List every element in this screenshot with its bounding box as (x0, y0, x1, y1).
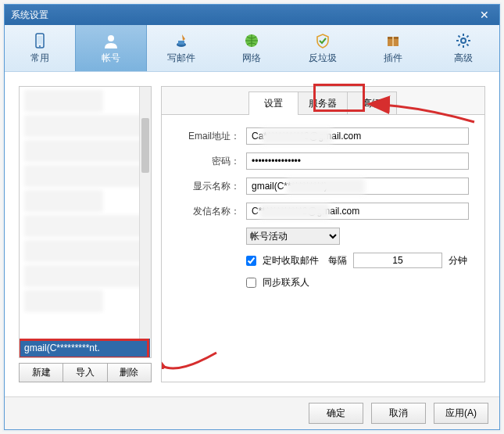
toolbar-item-1[interactable]: 帐号 (75, 25, 146, 71)
scheduled-fetch-label: 定时收取邮件 (263, 254, 319, 267)
dialog-footer: 确定 取消 应用(A) (5, 396, 499, 429)
toolbar-item-0[interactable]: 常用 (5, 25, 75, 71)
sync-contacts-checkbox[interactable] (246, 278, 256, 288)
tab-settings[interactable]: 设置 (248, 91, 298, 114)
ok-button[interactable]: 确定 (309, 403, 363, 424)
toolbar-item-2[interactable]: 写邮件 (147, 25, 217, 71)
toolbar-label: 帐号 (102, 52, 120, 65)
display-name-label: 显示名称： (177, 180, 240, 193)
close-icon[interactable]: ✕ (476, 8, 493, 22)
account-activity-select[interactable]: 帐号活动 (246, 228, 340, 245)
window-title: 系统设置 (11, 9, 476, 22)
package-icon (384, 32, 402, 49)
svg-line-16 (467, 44, 469, 45)
tab-advanced[interactable]: 高级 (347, 91, 397, 114)
inkwell-icon (173, 32, 190, 49)
interval-prefix: 每隔 (328, 254, 347, 267)
tab-server[interactable]: 服务器 (298, 91, 348, 114)
toolbar-item-6[interactable]: 高级 (429, 25, 499, 71)
import-account-button[interactable]: 导入 (63, 363, 107, 382)
svg-point-10 (461, 38, 466, 43)
svg-line-15 (459, 35, 460, 37)
svg-line-18 (467, 35, 469, 37)
svg-line-17 (459, 44, 460, 45)
password-label: 密码： (177, 155, 240, 168)
toolbar-label: 插件 (384, 52, 402, 65)
toolbar-item-5[interactable]: 插件 (358, 25, 428, 71)
password-field[interactable] (246, 152, 469, 170)
svg-point-3 (108, 35, 114, 41)
scheduled-fetch-checkbox[interactable] (246, 256, 256, 266)
toolbar-item-4[interactable]: 反垃圾 (288, 25, 358, 71)
svg-rect-1 (38, 36, 42, 44)
toolbar-label: 写邮件 (167, 52, 195, 65)
account-detail-pane: 设置 服务器 高级 Email地址： 密码： 显示名称： (161, 86, 485, 382)
new-account-button[interactable]: 新建 (19, 363, 63, 382)
delete-account-button[interactable]: 删除 (108, 363, 152, 382)
sync-contacts-label: 同步联系人 (263, 276, 309, 289)
globe-icon (243, 32, 260, 49)
settings-window: 系统设置 ✕ 常用帐号写邮件网络反垃圾插件高级 gmail(C*********… (4, 4, 500, 430)
inner-tabs: 设置 服务器 高级 (162, 87, 484, 115)
cancel-button[interactable]: 取消 (371, 403, 426, 424)
apply-button[interactable]: 应用(A) (434, 403, 488, 424)
interval-field[interactable] (353, 253, 442, 268)
toolbar-label: 高级 (454, 52, 473, 65)
shield-icon (314, 32, 331, 49)
scrollbar[interactable] (139, 87, 151, 339)
user-icon (102, 32, 120, 49)
interval-suffix: 分钟 (449, 254, 467, 267)
smartphone-icon (31, 32, 48, 49)
gear-icon (455, 32, 472, 49)
account-settings-form: Email地址： 密码： 显示名称： 发信名称： (162, 115, 484, 310)
toolbar-item-3[interactable]: 网络 (217, 25, 288, 71)
main-toolbar: 常用帐号写邮件网络反垃圾插件高级 (5, 25, 499, 72)
svg-point-2 (39, 45, 41, 47)
account-list-selected[interactable]: gmail(C*********nt. (20, 339, 150, 357)
toolbar-label: 反垃圾 (309, 52, 337, 65)
svg-rect-9 (392, 37, 394, 46)
titlebar: 系统设置 ✕ (5, 5, 499, 25)
account-list[interactable]: gmail(C*********nt. (19, 86, 152, 358)
toolbar-label: 常用 (30, 52, 49, 65)
sender-name-label: 发信名称： (177, 205, 240, 218)
svg-rect-5 (178, 41, 184, 45)
email-label: Email地址： (177, 130, 240, 143)
toolbar-label: 网络 (242, 52, 261, 65)
